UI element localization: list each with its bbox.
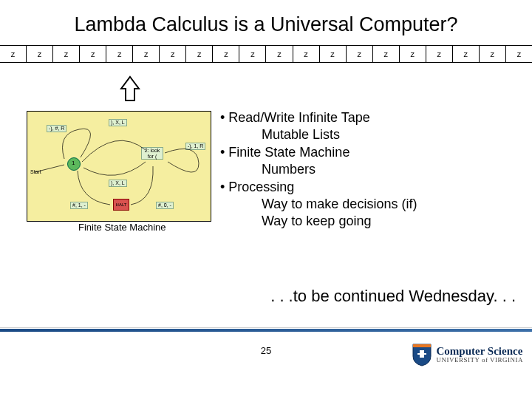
tape-cell: z bbox=[239, 46, 266, 62]
tape-cell: z bbox=[27, 46, 53, 62]
tape-cell: z bbox=[213, 46, 239, 62]
tape-cell: z bbox=[373, 46, 400, 62]
bullet-item: • Finite State Machine bbox=[220, 144, 523, 161]
tape-cell: z bbox=[0, 46, 27, 62]
turing-tape: zzzzzzzzzzzzzzzzzzzz bbox=[0, 45, 532, 63]
tape-cell: z bbox=[453, 46, 480, 62]
logo-text-main: Computer Science bbox=[437, 346, 524, 357]
fsm-diagram: Start -), #, R ), X, L 1 2: look for ( -… bbox=[27, 111, 211, 222]
tape-cell: z bbox=[426, 46, 453, 62]
tape-cell: z bbox=[80, 46, 106, 62]
bullet-item: • Read/Write Infinite Tape bbox=[220, 109, 523, 126]
tape-cell: z bbox=[53, 46, 80, 62]
tape-cell: z bbox=[266, 46, 293, 62]
fsm-state-node: 1 bbox=[67, 157, 81, 171]
footer-divider bbox=[0, 329, 532, 332]
bullet-item: • Processing bbox=[220, 179, 523, 196]
tape-cell: z bbox=[400, 46, 426, 62]
fsm-caption: Finite State Machine bbox=[78, 222, 166, 233]
bullet-sub-item: Numbers bbox=[220, 161, 523, 178]
tape-cell: z bbox=[480, 46, 506, 62]
bullet-sub-item: Mutable Lists bbox=[220, 126, 523, 143]
tape-cell: z bbox=[106, 46, 133, 62]
page-number: 25 bbox=[261, 345, 271, 356]
fsm-transition-label: #, 1, - bbox=[70, 202, 88, 209]
slide-title: Lambda Calculus is a Universal Computer? bbox=[0, 0, 532, 45]
fsm-transition-label: -), #, R bbox=[47, 125, 66, 132]
tape-cell: z bbox=[347, 46, 373, 62]
bullet-sub-item: Way to make decisions (if) bbox=[220, 196, 523, 213]
tape-cell: z bbox=[293, 46, 320, 62]
svg-rect-1 bbox=[417, 353, 426, 355]
tape-cell: z bbox=[320, 46, 347, 62]
fsm-transition-label: ), X, L bbox=[109, 180, 127, 187]
fsm-state-label: 2: look for ( bbox=[141, 147, 163, 160]
tape-cell: z bbox=[506, 46, 532, 62]
fsm-transition-label: #, 0, - bbox=[156, 202, 174, 209]
tape-cell: z bbox=[133, 46, 160, 62]
fsm-transition-label: -), 1, R bbox=[185, 143, 205, 150]
tape-head-arrow bbox=[117, 75, 143, 105]
bullet-sub-item: Way to keep going bbox=[220, 213, 523, 230]
fsm-state-number: 1 bbox=[72, 160, 75, 166]
fsm-transition-label: ), X, L bbox=[109, 119, 127, 126]
logo-text-sub: UNIVERSITY of VIRGINIA bbox=[437, 357, 524, 364]
tape-cell: z bbox=[160, 46, 186, 62]
tape-cell: z bbox=[186, 46, 213, 62]
fsm-halt-state: HALT bbox=[113, 199, 129, 211]
continued-text: . . .to be continued Wednesday. . . bbox=[270, 287, 516, 306]
uva-cs-logo: Computer Science UNIVERSITY of VIRGINIA bbox=[412, 343, 524, 366]
bullet-content: • Read/Write Infinite Tape Mutable Lists… bbox=[220, 109, 523, 231]
fsm-start-label: Start bbox=[30, 169, 41, 174]
shield-icon bbox=[412, 343, 432, 366]
